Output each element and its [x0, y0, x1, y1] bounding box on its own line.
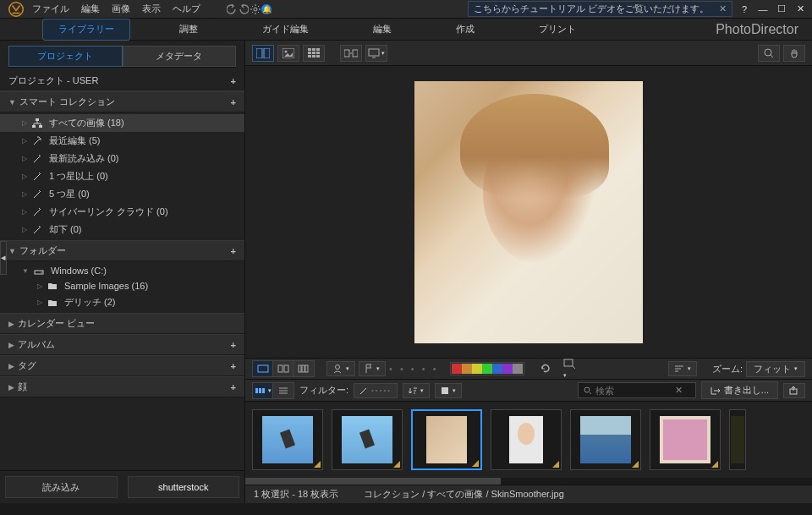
tree-delich[interactable]: ▷デリッチ (2): [0, 293, 244, 311]
shutterstock-button[interactable]: shutterstock: [128, 476, 240, 498]
pan-icon[interactable]: [783, 45, 805, 62]
rating-dots[interactable]: • • • • •: [389, 364, 438, 374]
search-input[interactable]: ✕: [578, 382, 696, 398]
tree-5star[interactable]: ▷5 つ星 (0): [0, 185, 244, 203]
image-viewer[interactable]: [245, 66, 812, 358]
svg-rect-22: [369, 49, 379, 56]
strip-list-icon[interactable]: [273, 383, 294, 398]
settings-icon[interactable]: [250, 3, 261, 15]
section-tag[interactable]: ▶タグ+: [0, 355, 244, 376]
filter-label-icon[interactable]: ▾: [435, 383, 462, 398]
section-folder[interactable]: ▼フォルダー +: [0, 240, 244, 261]
menu-file[interactable]: ファイル: [32, 3, 69, 15]
menu-view[interactable]: 表示: [142, 3, 161, 15]
module-edit[interactable]: 編集: [358, 19, 407, 41]
module-create[interactable]: 作成: [441, 19, 490, 41]
display-menu-icon[interactable]: ▾: [365, 45, 387, 62]
section-smart-collection[interactable]: ▼スマート コレクション +: [0, 91, 244, 112]
thumbnail[interactable]: [650, 409, 721, 470]
section-face[interactable]: ▶顔+: [0, 376, 244, 397]
menu-image[interactable]: 画像: [112, 3, 130, 15]
redo-icon[interactable]: [238, 3, 250, 15]
filter-wand-icon[interactable]: •••••: [354, 383, 398, 398]
clear-search-icon[interactable]: ✕: [675, 385, 683, 396]
tree-1star[interactable]: ▷1 つ星以上 (0): [0, 167, 244, 185]
sidebar-tab-metadata[interactable]: メタデータ: [123, 46, 237, 67]
view-mode-segment[interactable]: [252, 360, 315, 377]
section-calendar[interactable]: ▶カレンダー ビュー: [0, 313, 244, 334]
module-library[interactable]: ライブラリー: [42, 19, 130, 41]
magnify-icon[interactable]: [758, 45, 780, 62]
export-icon: [710, 386, 721, 395]
menu-edit[interactable]: 編集: [81, 3, 100, 15]
add-project-icon[interactable]: +: [231, 76, 236, 86]
color-swatch[interactable]: [472, 364, 482, 374]
view-grid-icon[interactable]: [303, 45, 325, 62]
undo-icon[interactable]: [226, 3, 238, 15]
close-banner-icon[interactable]: ✕: [719, 3, 727, 14]
add-tag-icon[interactable]: +: [231, 361, 236, 371]
strip-view-segment[interactable]: ▾: [252, 382, 294, 399]
flag-icon[interactable]: ▾: [359, 361, 386, 376]
tree-drive-c[interactable]: ▼Windows (C:): [0, 263, 244, 278]
compare-icon[interactable]: [340, 45, 362, 62]
thumbnail[interactable]: [332, 409, 403, 470]
menu-help[interactable]: ヘルプ: [173, 3, 200, 15]
share-icon[interactable]: [783, 383, 805, 398]
tree-all-images[interactable]: ▷すべての画像 (18): [0, 114, 244, 132]
folder-tree: ▼Windows (C:) ▷Sample Images (16) ▷デリッチ …: [0, 261, 244, 313]
crop-menu-icon[interactable]: ▾: [563, 359, 575, 379]
color-swatch[interactable]: [482, 364, 492, 374]
tree-latest-import[interactable]: ▷最新読み込み (0): [0, 150, 244, 167]
thumbnail[interactable]: [729, 409, 746, 470]
tree-cloud[interactable]: ▷サイバーリンク クラウド (0): [0, 203, 244, 221]
svg-rect-32: [255, 388, 258, 393]
tutorial-banner[interactable]: こちらからチュートリアル ビデオをご覧いただけます。 ✕: [468, 1, 732, 17]
module-guided[interactable]: ガイド編集: [247, 19, 324, 41]
zoom-select[interactable]: フィット▾: [746, 361, 805, 377]
add-smart-icon[interactable]: +: [231, 97, 236, 107]
seg-multi-icon[interactable]: [294, 361, 314, 376]
tree-sample-images[interactable]: ▷Sample Images (16): [0, 278, 244, 293]
strip-grid-icon[interactable]: ▾: [253, 383, 273, 398]
help-icon[interactable]: ?: [738, 4, 751, 14]
add-folder-icon[interactable]: +: [231, 246, 236, 256]
view-image-icon[interactable]: [277, 45, 299, 62]
notification-icon[interactable]: 🔔: [261, 4, 272, 14]
module-adjust[interactable]: 調整: [164, 19, 213, 41]
maximize-button[interactable]: ☐: [775, 3, 788, 14]
status-bar: 1 枚選択 - 18 枚表示 コレクション / すべての画像 / SkinSmo…: [245, 485, 812, 503]
minimize-button[interactable]: —: [756, 4, 770, 14]
color-swatch[interactable]: [462, 364, 472, 374]
sidebar-tab-project[interactable]: プロジェクト: [8, 46, 123, 67]
color-swatch[interactable]: [502, 364, 513, 374]
tree-recent-edit[interactable]: ▷最近編集 (5): [0, 132, 244, 150]
close-button[interactable]: ✕: [793, 3, 807, 14]
rotate-icon[interactable]: [540, 363, 551, 375]
filter-sort-icon[interactable]: ▾: [403, 383, 430, 398]
seg-split-icon[interactable]: [273, 361, 294, 376]
face-tag-icon[interactable]: ▾: [326, 361, 355, 376]
section-album[interactable]: ▶アルバム+: [0, 334, 244, 355]
svg-rect-26: [284, 365, 288, 372]
add-face-icon[interactable]: +: [231, 382, 236, 392]
add-album-icon[interactable]: +: [231, 340, 236, 350]
color-swatch[interactable]: [513, 364, 523, 374]
thumbnail[interactable]: [570, 409, 641, 470]
module-print[interactable]: プリント: [524, 19, 591, 41]
svg-rect-16: [316, 52, 320, 54]
view-single-split-icon[interactable]: [252, 45, 274, 62]
export-button[interactable]: 書き出し...: [701, 381, 778, 399]
import-button[interactable]: 読み込み: [5, 476, 118, 498]
thumbnail[interactable]: [252, 409, 323, 470]
tree-rejected[interactable]: ▷却下 (0): [0, 221, 244, 238]
color-swatch[interactable]: [492, 364, 502, 374]
strip-scrollbar[interactable]: [245, 478, 812, 485]
sidebar-collapse-handle[interactable]: ◂: [0, 241, 7, 275]
seg-single-icon[interactable]: [253, 361, 273, 376]
thumbnail-selected[interactable]: [411, 409, 482, 470]
sort-menu-icon[interactable]: ▾: [668, 361, 697, 376]
color-swatch[interactable]: [452, 364, 462, 374]
color-label-swatches[interactable]: [450, 362, 524, 375]
thumbnail[interactable]: [491, 409, 562, 470]
